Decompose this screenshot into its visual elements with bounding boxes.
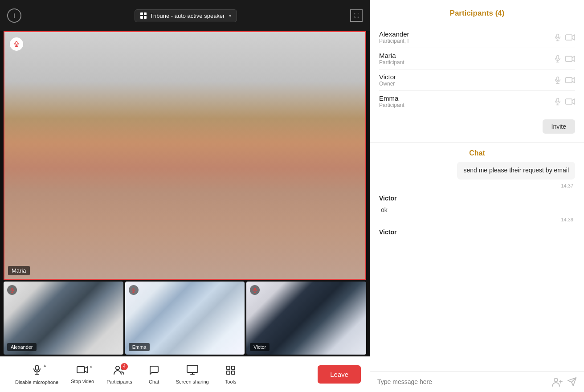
mic-button-label: Disable microphone xyxy=(15,380,58,385)
svg-rect-12 xyxy=(36,365,38,370)
video-area: i Tribune - auto active speaker ▾ ⛶ Mari… xyxy=(0,0,370,392)
participant-row-maria: Maria Participant xyxy=(379,48,575,69)
tools-button-label: Tools xyxy=(225,379,237,384)
svg-rect-9 xyxy=(254,288,256,290)
thumb-victor: Victor xyxy=(246,282,366,355)
main-video-container: Maria xyxy=(4,31,366,280)
participant-name-alexander: Alexander xyxy=(379,30,554,38)
svg-rect-32 xyxy=(566,56,572,61)
thumb-name-victor: Victor xyxy=(250,343,270,351)
chat-bubble-text-1: send me please their request by email xyxy=(463,167,569,174)
screen-sharing-button[interactable]: Screen sharing xyxy=(170,365,215,384)
participants-button-label: Participants xyxy=(106,379,132,384)
svg-point-16 xyxy=(116,366,119,370)
participant-mic-icon-maria[interactable] xyxy=(554,54,562,63)
participant-name-maria: Maria xyxy=(379,52,554,59)
right-panel: Participants (4) Alexander Participant, … xyxy=(370,0,584,392)
participant-row-victor: Victor Owner xyxy=(379,69,575,91)
video-button-icon: ▲ xyxy=(77,365,88,377)
top-bar: i Tribune - auto active speaker ▾ ⛶ xyxy=(0,0,370,31)
main-video-mic-indicator[interactable] xyxy=(10,37,23,51)
chat-title: Chat xyxy=(370,143,584,162)
invite-row: Invite xyxy=(379,112,575,138)
participant-mic-icon-victor[interactable] xyxy=(554,76,562,85)
participant-video-icon-maria[interactable] xyxy=(565,55,575,63)
svg-rect-33 xyxy=(557,77,559,80)
participant-video-icon-alexander[interactable] xyxy=(565,33,575,41)
thumb-mic-alexander[interactable] xyxy=(7,285,17,295)
chat-sender-victor-1: Victor xyxy=(379,195,575,202)
grid-icon xyxy=(140,12,147,19)
layout-selector[interactable]: Tribune - auto active speaker ▾ xyxy=(135,9,237,22)
chat-input[interactable] xyxy=(377,378,547,385)
svg-rect-28 xyxy=(566,35,572,40)
mic-icon xyxy=(13,41,20,47)
chat-button[interactable]: Chat xyxy=(139,365,170,384)
thumb-emma: Emma xyxy=(125,282,245,355)
thumb-mic-emma[interactable] xyxy=(129,285,139,295)
svg-rect-29 xyxy=(557,55,559,59)
screen-sharing-icon xyxy=(187,365,198,377)
participants-button[interactable]: 4 Participants xyxy=(100,365,138,384)
participant-mic-icon-emma[interactable] xyxy=(554,97,562,106)
svg-rect-25 xyxy=(557,34,559,37)
svg-rect-21 xyxy=(227,366,230,369)
chat-time-1: 14:37 xyxy=(379,183,575,188)
svg-rect-15 xyxy=(77,367,85,373)
thumb-name-emma: Emma xyxy=(129,343,150,351)
chevron-icon: ▾ xyxy=(229,13,231,18)
leave-button[interactable]: Leave xyxy=(318,365,361,384)
svg-rect-24 xyxy=(227,371,230,374)
mic-button[interactable]: ▲ Disable microphone xyxy=(9,364,65,385)
chat-button-icon xyxy=(149,365,159,377)
mic-chevron-icon[interactable]: ▲ xyxy=(43,363,47,368)
thumbnail-strip: Alexander Emma xyxy=(0,280,370,356)
video-button[interactable]: ▲ Stop video xyxy=(65,365,100,384)
chat-sender-victor-2: Victor xyxy=(379,229,575,236)
svg-rect-36 xyxy=(566,78,572,83)
video-chevron-icon[interactable]: ▲ xyxy=(89,364,93,368)
chat-messages: send me please their request by email 14… xyxy=(370,162,584,371)
add-people-icon[interactable] xyxy=(552,377,563,387)
participant-role-maria: Participant xyxy=(379,59,554,65)
participant-role-alexander: Participant, I xyxy=(379,38,554,44)
chat-msg-victor-1: ok xyxy=(379,206,575,213)
participant-role-emma: Participant xyxy=(379,102,554,108)
svg-rect-37 xyxy=(557,98,559,102)
fullscreen-icon[interactable]: ⛶ xyxy=(350,9,363,22)
tools-button[interactable]: Tools xyxy=(215,365,246,384)
participants-button-icon: 4 xyxy=(114,365,125,377)
svg-rect-40 xyxy=(566,99,572,104)
chat-input-row xyxy=(370,371,584,392)
participants-title: Participants (4) xyxy=(379,9,575,18)
svg-rect-22 xyxy=(232,366,235,369)
send-icon[interactable] xyxy=(567,377,577,387)
svg-point-41 xyxy=(554,378,558,382)
chat-time-2: 14:39 xyxy=(379,217,575,222)
participants-badge: 4 xyxy=(121,363,128,370)
layout-label: Tribune - auto active speaker xyxy=(150,12,225,19)
invite-button[interactable]: Invite xyxy=(543,119,575,134)
info-icon[interactable]: i xyxy=(7,8,21,23)
svg-rect-6 xyxy=(133,288,134,290)
tools-icon xyxy=(225,365,236,377)
chat-bubble-1: send me please their request by email xyxy=(457,162,575,180)
mic-button-icon: ▲ xyxy=(32,364,42,378)
bottom-bar: ▲ Disable microphone ▲ Stop video xyxy=(0,356,370,392)
main-video-feed xyxy=(4,32,365,279)
participant-role-victor: Owner xyxy=(379,81,554,87)
svg-rect-3 xyxy=(12,288,13,290)
participant-row-alexander: Alexander Participant, I xyxy=(379,27,575,48)
svg-rect-18 xyxy=(187,365,198,372)
participant-mic-icon-alexander[interactable] xyxy=(554,33,562,42)
participants-section: Participants (4) Alexander Participant, … xyxy=(370,0,584,143)
screen-sharing-button-label: Screen sharing xyxy=(176,379,209,384)
svg-rect-23 xyxy=(232,371,235,374)
participant-video-icon-emma[interactable] xyxy=(565,98,575,106)
thumb-name-alexander: Alexander xyxy=(7,343,37,351)
participant-row-emma: Emma Participant xyxy=(379,91,575,112)
chat-section: Chat send me please their request by ema… xyxy=(370,143,584,392)
participant-name-victor: Victor xyxy=(379,73,554,81)
participant-video-icon-victor[interactable] xyxy=(565,76,575,84)
video-button-label: Stop video xyxy=(71,379,94,384)
